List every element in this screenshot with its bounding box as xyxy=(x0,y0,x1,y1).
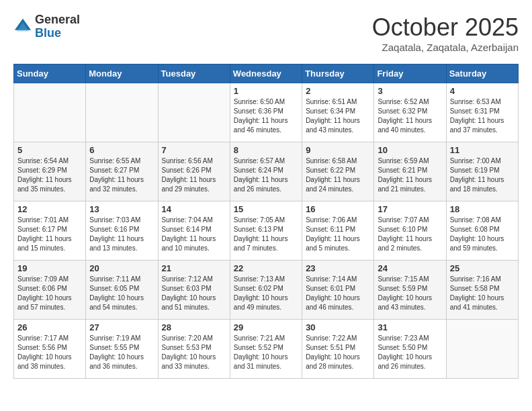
day-number: 8 xyxy=(234,145,298,155)
header-sunday: Sunday xyxy=(14,64,86,83)
day-number: 12 xyxy=(17,204,82,214)
calendar-cell: 14Sunrise: 7:04 AM Sunset: 6:14 PM Dayli… xyxy=(158,201,230,261)
day-info: Sunrise: 7:12 AM Sunset: 6:03 PM Dayligh… xyxy=(162,275,226,312)
day-info: Sunrise: 7:22 AM Sunset: 5:51 PM Dayligh… xyxy=(306,334,370,371)
day-info: Sunrise: 7:08 AM Sunset: 6:08 PM Dayligh… xyxy=(450,216,515,253)
calendar-cell: 6Sunrise: 6:55 AM Sunset: 6:27 PM Daylig… xyxy=(86,142,158,201)
calendar-cell: 21Sunrise: 7:12 AM Sunset: 6:03 PM Dayli… xyxy=(158,261,230,320)
day-number: 15 xyxy=(234,204,298,214)
day-info: Sunrise: 6:54 AM Sunset: 6:29 PM Dayligh… xyxy=(17,156,82,194)
day-number: 4 xyxy=(450,86,515,96)
day-number: 21 xyxy=(162,263,226,273)
calendar-cell: 19Sunrise: 7:09 AM Sunset: 6:06 PM Dayli… xyxy=(14,261,86,320)
calendar-header-row: SundayMondayTuesdayWednesdayThursdayFrid… xyxy=(14,64,519,83)
calendar-cell: 30Sunrise: 7:22 AM Sunset: 5:51 PM Dayli… xyxy=(302,320,374,379)
calendar-cell xyxy=(446,320,518,379)
calendar-cell: 2Sunrise: 6:51 AM Sunset: 6:34 PM Daylig… xyxy=(302,83,374,142)
day-number: 9 xyxy=(306,145,370,155)
calendar-cell: 26Sunrise: 7:17 AM Sunset: 5:56 PM Dayli… xyxy=(14,320,86,379)
day-number: 14 xyxy=(162,204,226,214)
header-friday: Friday xyxy=(374,64,446,83)
day-info: Sunrise: 6:52 AM Sunset: 6:32 PM Dayligh… xyxy=(378,97,442,135)
calendar-cell: 24Sunrise: 7:15 AM Sunset: 5:59 PM Dayli… xyxy=(374,261,446,320)
day-info: Sunrise: 7:23 AM Sunset: 5:50 PM Dayligh… xyxy=(378,334,442,371)
calendar-cell: 11Sunrise: 7:00 AM Sunset: 6:19 PM Dayli… xyxy=(446,142,518,201)
day-number: 5 xyxy=(17,145,82,155)
header-tuesday: Tuesday xyxy=(158,64,230,83)
calendar-table: SundayMondayTuesdayWednesdayThursdayFrid… xyxy=(13,64,519,379)
day-info: Sunrise: 7:16 AM Sunset: 5:58 PM Dayligh… xyxy=(450,275,515,312)
calendar-cell: 12Sunrise: 7:01 AM Sunset: 6:17 PM Dayli… xyxy=(14,201,86,261)
day-number: 27 xyxy=(89,322,154,332)
day-info: Sunrise: 6:50 AM Sunset: 6:36 PM Dayligh… xyxy=(234,97,298,135)
calendar-cell: 23Sunrise: 7:14 AM Sunset: 6:01 PM Dayli… xyxy=(302,261,374,320)
day-info: Sunrise: 7:20 AM Sunset: 5:53 PM Dayligh… xyxy=(162,334,226,371)
logo-blue-text: Blue xyxy=(35,27,80,40)
day-number: 31 xyxy=(378,322,442,332)
calendar-cell: 18Sunrise: 7:08 AM Sunset: 6:08 PM Dayli… xyxy=(446,201,518,261)
calendar-cell: 27Sunrise: 7:19 AM Sunset: 5:55 PM Dayli… xyxy=(86,320,158,379)
week-row-1: 1Sunrise: 6:50 AM Sunset: 6:36 PM Daylig… xyxy=(14,83,519,142)
location: Zaqatala, Zaqatala, Azerbaijan xyxy=(372,42,519,53)
logo-icon xyxy=(13,17,32,36)
calendar-cell: 5Sunrise: 6:54 AM Sunset: 6:29 PM Daylig… xyxy=(14,142,86,201)
day-number: 26 xyxy=(17,322,82,332)
day-number: 18 xyxy=(450,204,515,214)
day-info: Sunrise: 7:07 AM Sunset: 6:10 PM Dayligh… xyxy=(378,216,442,253)
day-number: 28 xyxy=(162,322,226,332)
day-info: Sunrise: 6:59 AM Sunset: 6:21 PM Dayligh… xyxy=(378,156,442,194)
calendar-cell: 13Sunrise: 7:03 AM Sunset: 6:16 PM Dayli… xyxy=(86,201,158,261)
calendar-cell: 25Sunrise: 7:16 AM Sunset: 5:58 PM Dayli… xyxy=(446,261,518,320)
day-info: Sunrise: 7:17 AM Sunset: 5:56 PM Dayligh… xyxy=(17,334,82,371)
day-info: Sunrise: 7:09 AM Sunset: 6:06 PM Dayligh… xyxy=(17,275,82,312)
day-number: 19 xyxy=(17,263,82,273)
calendar-cell: 28Sunrise: 7:20 AM Sunset: 5:53 PM Dayli… xyxy=(158,320,230,379)
day-number: 25 xyxy=(450,263,515,273)
title-block: October 2025 Zaqatala, Zaqatala, Azerbai… xyxy=(372,13,519,53)
header-wednesday: Wednesday xyxy=(230,64,302,83)
header-monday: Monday xyxy=(86,64,158,83)
day-info: Sunrise: 6:51 AM Sunset: 6:34 PM Dayligh… xyxy=(306,97,370,135)
day-info: Sunrise: 7:19 AM Sunset: 5:55 PM Dayligh… xyxy=(89,334,154,371)
day-info: Sunrise: 7:14 AM Sunset: 6:01 PM Dayligh… xyxy=(306,275,370,312)
calendar-cell: 22Sunrise: 7:13 AM Sunset: 6:02 PM Dayli… xyxy=(230,261,302,320)
day-number: 1 xyxy=(234,86,298,96)
page-header: General Blue October 2025 Zaqatala, Zaqa… xyxy=(13,13,519,53)
calendar-cell xyxy=(158,83,230,142)
day-info: Sunrise: 7:13 AM Sunset: 6:02 PM Dayligh… xyxy=(234,275,298,312)
calendar-cell: 31Sunrise: 7:23 AM Sunset: 5:50 PM Dayli… xyxy=(374,320,446,379)
header-saturday: Saturday xyxy=(446,64,518,83)
day-info: Sunrise: 6:53 AM Sunset: 6:31 PM Dayligh… xyxy=(450,97,515,135)
calendar-cell xyxy=(14,83,86,142)
day-info: Sunrise: 7:04 AM Sunset: 6:14 PM Dayligh… xyxy=(162,216,226,253)
day-number: 3 xyxy=(378,86,442,96)
calendar-cell: 16Sunrise: 7:06 AM Sunset: 6:11 PM Dayli… xyxy=(302,201,374,261)
calendar-cell: 29Sunrise: 7:21 AM Sunset: 5:52 PM Dayli… xyxy=(230,320,302,379)
calendar-cell: 15Sunrise: 7:05 AM Sunset: 6:13 PM Dayli… xyxy=(230,201,302,261)
calendar-cell: 9Sunrise: 6:58 AM Sunset: 6:22 PM Daylig… xyxy=(302,142,374,201)
calendar-cell: 10Sunrise: 6:59 AM Sunset: 6:21 PM Dayli… xyxy=(374,142,446,201)
month-title: October 2025 xyxy=(372,13,519,42)
day-number: 24 xyxy=(378,263,442,273)
day-info: Sunrise: 6:55 AM Sunset: 6:27 PM Dayligh… xyxy=(89,156,154,194)
logo: General Blue xyxy=(13,13,80,40)
day-info: Sunrise: 7:06 AM Sunset: 6:11 PM Dayligh… xyxy=(306,216,370,253)
calendar-cell: 1Sunrise: 6:50 AM Sunset: 6:36 PM Daylig… xyxy=(230,83,302,142)
day-info: Sunrise: 7:00 AM Sunset: 6:19 PM Dayligh… xyxy=(450,156,515,194)
calendar-cell: 17Sunrise: 7:07 AM Sunset: 6:10 PM Dayli… xyxy=(374,201,446,261)
week-row-5: 26Sunrise: 7:17 AM Sunset: 5:56 PM Dayli… xyxy=(14,320,519,379)
day-info: Sunrise: 6:56 AM Sunset: 6:26 PM Dayligh… xyxy=(162,156,226,194)
week-row-2: 5Sunrise: 6:54 AM Sunset: 6:29 PM Daylig… xyxy=(14,142,519,201)
calendar-cell: 4Sunrise: 6:53 AM Sunset: 6:31 PM Daylig… xyxy=(446,83,518,142)
logo-text: General Blue xyxy=(35,13,80,40)
day-number: 17 xyxy=(378,204,442,214)
calendar-cell: 20Sunrise: 7:11 AM Sunset: 6:05 PM Dayli… xyxy=(86,261,158,320)
day-number: 6 xyxy=(89,145,154,155)
day-number: 22 xyxy=(234,263,298,273)
day-number: 10 xyxy=(378,145,442,155)
calendar-cell: 8Sunrise: 6:57 AM Sunset: 6:24 PM Daylig… xyxy=(230,142,302,201)
day-info: Sunrise: 7:05 AM Sunset: 6:13 PM Dayligh… xyxy=(234,216,298,253)
week-row-4: 19Sunrise: 7:09 AM Sunset: 6:06 PM Dayli… xyxy=(14,261,519,320)
week-row-3: 12Sunrise: 7:01 AM Sunset: 6:17 PM Dayli… xyxy=(14,201,519,261)
day-number: 11 xyxy=(450,145,515,155)
